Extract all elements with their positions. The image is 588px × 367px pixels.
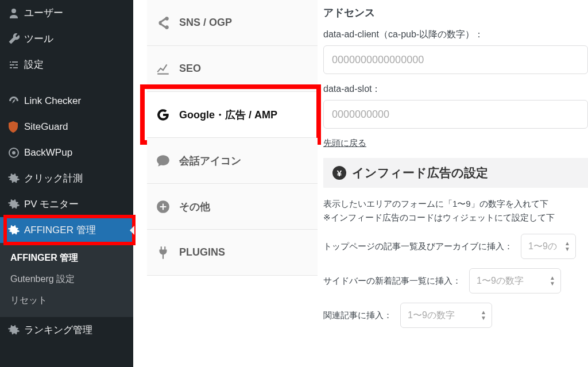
sidebar-item-click-tracking[interactable]: クリック計測: [0, 165, 133, 191]
tab-seo[interactable]: SEO: [147, 46, 318, 92]
sidebar-item-siteguard[interactable]: SiteGuard: [0, 114, 133, 140]
sidebar-item-affinger-admin[interactable]: AFFINGER 管理: [0, 217, 133, 243]
user-icon: [8, 7, 24, 19]
sliders-icon: [8, 59, 24, 71]
adsense-heading: アドセンス: [323, 6, 588, 20]
tab-label: 会話アイコン: [179, 154, 241, 168]
sidebar-item-label: ランキング管理: [24, 323, 126, 337]
number-stepper[interactable]: ▲ ▼: [478, 310, 489, 320]
target-icon: [8, 147, 24, 159]
sidebar-item-label: BackWPup: [24, 147, 126, 159]
ad-client-group: data-ad-client（ca-pub-以降の数字）：: [323, 29, 588, 74]
stepper-up-icon[interactable]: ▲: [547, 276, 558, 280]
placement-related: 関連記事に挿入： ▲ ▼: [323, 303, 588, 328]
sidebar-item-users[interactable]: ユーザー: [0, 0, 133, 26]
tab-google-ads-amp[interactable]: Google・広告 / AMP: [147, 92, 318, 138]
sidebar-item-settings[interactable]: 設定: [0, 52, 133, 78]
svg-point-1: [12, 151, 16, 154]
sidebar-item-label: ツール: [24, 32, 126, 45]
google-icon: [147, 107, 179, 122]
dashboard-icon: [8, 95, 24, 107]
tab-speech-icon-settings[interactable]: 会話アイコン: [147, 138, 318, 184]
tab-label: その他: [179, 200, 210, 214]
settings-tab-column: SNS / OGP SEO Google・広告 / AMP 会話アイコン: [133, 0, 318, 367]
placement-label: サイドバーの新着記事一覧に挿入：: [323, 276, 461, 287]
admin-sidebar: ユーザー ツール 設定 Link Checker SiteGuard BackW…: [0, 0, 133, 367]
main-settings-panel: アドセンス data-ad-client（ca-pub-以降の数字）： data…: [318, 0, 588, 367]
gear-icon: [8, 225, 24, 236]
plug-icon: [147, 245, 179, 260]
placement-label: 関連記事に挿入：: [323, 310, 392, 321]
tab-label: SNS / OGP: [179, 17, 232, 29]
speech-icon: [147, 153, 179, 168]
gear-icon: [8, 173, 24, 184]
stepper-up-icon[interactable]: ▲: [478, 310, 489, 315]
sidebar-subitem-reset[interactable]: リセット: [0, 290, 133, 311]
infeed-desc-line2: ※インフィード広告のコードはウィジェットにて設定して下: [323, 213, 555, 222]
number-stepper[interactable]: ▲ ▼: [547, 276, 558, 286]
tab-label: SEO: [179, 63, 201, 75]
sidebar-item-label: クリック計測: [24, 172, 126, 185]
tab-label: PLUGINS: [179, 246, 225, 258]
settings-tab-list: SNS / OGP SEO Google・広告 / AMP 会話アイコン: [147, 0, 318, 276]
ad-slot-label: data-ad-slot：: [323, 83, 588, 95]
sidebar-item-link-checker[interactable]: Link Checker: [0, 88, 133, 114]
sidebar-item-label: 設定: [24, 58, 126, 71]
tab-label: Google・広告 / AMP: [179, 108, 277, 122]
sidebar-item-ranking-admin[interactable]: ランキング管理: [0, 317, 133, 343]
sidebar-item-pv-monitor[interactable]: PV モニター: [0, 191, 133, 217]
stepper-up-icon[interactable]: ▲: [562, 241, 572, 246]
sidebar-item-backwpup[interactable]: BackWPup: [0, 140, 133, 165]
sidebar-submenu: AFFINGER 管理 Gutenberg 設定 リセット: [0, 243, 133, 317]
sidebar-subitem-gutenberg[interactable]: Gutenberg 設定: [0, 269, 133, 290]
gear-icon: [8, 324, 24, 336]
number-stepper[interactable]: ▲ ▼: [562, 241, 572, 252]
sidebar-item-tools[interactable]: ツール: [0, 26, 133, 52]
stepper-down-icon[interactable]: ▼: [547, 281, 558, 286]
sidebar-subitem-affinger-admin[interactable]: AFFINGER 管理: [0, 248, 133, 269]
line-chart-icon: [147, 61, 179, 76]
infeed-section-heading: ¥ インフィード広告の設定: [323, 158, 588, 188]
infeed-desc-line1: 表示したいエリアのフォームに「1〜9」の数字を入れて下: [323, 199, 548, 208]
wrench-icon: [8, 33, 24, 45]
stepper-down-icon[interactable]: ▼: [562, 247, 572, 252]
tab-plugins[interactable]: PLUGINS: [147, 230, 318, 276]
sidebar-item-label: PV モニター: [24, 198, 126, 211]
placement-top-archive: トップページの記事一覧及びアーカイブに挿入： ▲ ▼: [323, 234, 588, 259]
sidebar-item-label: Link Checker: [24, 95, 126, 107]
infeed-heading-text: インフィード広告の設定: [352, 165, 488, 181]
ad-client-label: data-ad-client（ca-pub-以降の数字）：: [323, 29, 588, 41]
tab-other[interactable]: その他: [147, 184, 318, 230]
sidebar-item-label: SiteGuard: [24, 121, 126, 133]
infeed-description: 表示したいエリアのフォームに「1〜9」の数字を入れて下 ※インフィード広告のコー…: [323, 197, 588, 225]
share-icon: [147, 16, 179, 30]
placement-sidebar: サイドバーの新着記事一覧に挿入： ▲ ▼: [323, 268, 588, 293]
sidebar-item-label: AFFINGER 管理: [24, 223, 126, 237]
ad-client-input[interactable]: [323, 45, 588, 74]
tab-sns-ogp[interactable]: SNS / OGP: [147, 0, 318, 46]
placement-label: トップページの記事一覧及びアーカイブに挿入：: [323, 241, 513, 252]
yen-icon: ¥: [332, 166, 346, 180]
ad-slot-input[interactable]: [323, 100, 588, 129]
sidebar-item-label: ユーザー: [24, 6, 126, 20]
plus-circle-icon: [147, 199, 179, 214]
ad-slot-group: data-ad-slot：: [323, 83, 588, 129]
shield-icon: [8, 121, 24, 133]
stepper-down-icon[interactable]: ▼: [478, 316, 489, 320]
back-to-top-link[interactable]: 先頭に戻る: [323, 138, 366, 148]
gear-icon: [8, 199, 24, 210]
